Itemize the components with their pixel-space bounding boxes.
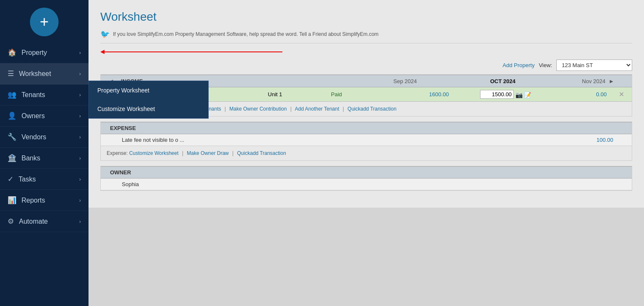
income-owner-contribution-link[interactable]: Make Owner Contribution: [229, 106, 287, 112]
expense-amount-link[interactable]: 100.00: [596, 137, 613, 143]
chevron-right-icon: ›: [79, 218, 81, 225]
dropdown-item-customize-worksheet[interactable]: Customize Worksheet: [89, 100, 208, 118]
automate-icon: ⚙: [8, 217, 14, 226]
tasks-icon: ✓: [8, 175, 13, 184]
chevron-right-icon: ›: [79, 197, 81, 203]
main-content: Worksheet 🐦 If you love SimplifyEm.com P…: [89, 0, 644, 306]
tenants-icon: 👥: [8, 90, 16, 99]
expense-action-prefix: Expense:: [107, 150, 128, 156]
sidebar-item-tenants[interactable]: 👥 Tenants ›: [0, 84, 89, 106]
income-next-month[interactable]: ►: [609, 78, 614, 84]
income-quickadd-link[interactable]: Quickadd Transaction: [348, 106, 397, 112]
sidebar-item-label: Automate: [19, 218, 48, 225]
unit-cell: Unit 1: [264, 87, 327, 102]
sidebar-item-automate[interactable]: ⚙ Automate ›: [0, 211, 89, 232]
promo-bird-icon: 🐦: [100, 30, 110, 39]
owner-label: OWNER: [106, 169, 131, 176]
expense-amount-cell: 100.00: [479, 134, 619, 146]
income-oct-label: OCT 2024: [417, 78, 515, 84]
sidebar-item-property[interactable]: 🏠 Property ›: [0, 42, 89, 63]
expense-header: EXPENSE: [101, 122, 632, 134]
owner-header: OWNER: [101, 166, 632, 179]
delete-button[interactable]: ✕: [619, 91, 624, 98]
table-row: Sophia: [101, 179, 632, 190]
income-nov-label: Nov 2024 ►: [515, 78, 614, 84]
worksheet-dropdown: Property Worksheet Customize Worksheet: [89, 81, 209, 119]
vendors-icon: 🔧: [8, 133, 16, 141]
expense-quickadd-link[interactable]: Quickadd Transaction: [237, 150, 286, 156]
table-row: Late fee not visible to o ... 100.00: [101, 134, 632, 146]
chevron-right-icon: ›: [79, 49, 81, 56]
sidebar-item-label: Property: [21, 49, 47, 57]
promo-bar: 🐦 If you love SimplifyEm.com Property Ma…: [100, 30, 632, 43]
red-arrow: [100, 48, 286, 56]
chevron-right-icon: ›: [79, 176, 81, 182]
oct-amount-input[interactable]: [480, 90, 514, 99]
expense-owner-draw-link[interactable]: Make Owner Draw: [187, 150, 228, 156]
svg-marker-1: [100, 50, 105, 54]
nov-amount-link[interactable]: 0.00: [596, 91, 606, 97]
toolbar-row: Add Property View: 123 Main ST: [100, 60, 632, 71]
view-label: View:: [539, 62, 552, 68]
income-add-tenant-link[interactable]: Add Another Tenant: [295, 106, 339, 112]
page-title: Worksheet: [100, 10, 632, 24]
expense-description-cell: Late fee not visible to o ...: [116, 134, 479, 146]
reports-icon: 📊: [8, 196, 16, 205]
banks-icon: 🏦: [8, 154, 16, 162]
sep-amount-link[interactable]: 1600.00: [429, 91, 449, 97]
sidebar-item-worksheet[interactable]: ☰ Worksheet ›: [0, 63, 89, 84]
expense-table: Late fee not visible to o ... 100.00: [101, 134, 632, 146]
delete-cell: ✕: [611, 87, 632, 102]
sidebar: + 🏠 Property › ☰ Worksheet › 👥 Tenants ›: [0, 0, 89, 306]
chevron-right-icon: ›: [79, 92, 81, 98]
add-button[interactable]: +: [30, 8, 59, 36]
view-select[interactable]: 123 Main ST: [556, 60, 632, 71]
expense-customize-link[interactable]: Customize Worksheet: [129, 150, 178, 156]
sidebar-navigation: 🏠 Property › ☰ Worksheet › 👥 Tenants › 👤…: [0, 42, 89, 306]
arrow-annotation: [100, 48, 632, 56]
sidebar-item-reports[interactable]: 📊 Reports ›: [0, 190, 89, 211]
expense-section: EXPENSE Late fee not visible to o ... 10…: [100, 122, 632, 161]
sidebar-item-banks[interactable]: 🏦 Banks ›: [0, 148, 89, 169]
chevron-right-icon: ›: [79, 113, 81, 119]
sidebar-item-label: Owners: [21, 112, 45, 120]
sidebar-item-label: Banks: [21, 154, 40, 162]
sep-amount-cell: 1600.00: [377, 87, 453, 102]
chevron-right-icon: ›: [79, 70, 81, 77]
sidebar-logo: +: [0, 0, 89, 42]
dropdown-item-property-worksheet[interactable]: Property Worksheet: [89, 81, 208, 100]
sidebar-item-label: Worksheet: [19, 70, 51, 78]
status-badge: Paid: [331, 91, 342, 97]
add-property-link[interactable]: Add Property: [503, 62, 535, 68]
nov-amount-cell: 0.00: [535, 87, 611, 102]
sidebar-item-owners[interactable]: 👤 Owners ›: [0, 106, 89, 127]
home-icon: 🏠: [8, 48, 16, 57]
owner-section: OWNER Sophia: [100, 166, 632, 191]
expense-actions: Expense: Customize Worksheet | Make Owne…: [101, 146, 632, 160]
chevron-right-icon: ›: [79, 155, 81, 161]
sidebar-item-vendors[interactable]: 🔧 Vendors ›: [0, 127, 89, 148]
sidebar-item-label: Tasks: [19, 176, 36, 183]
promo-text: If you love SimplifyEm.com Property Mana…: [113, 31, 378, 37]
chevron-right-icon: ›: [79, 134, 81, 140]
owner-table: Sophia: [101, 179, 632, 190]
income-sep-label: Sep 2024: [318, 78, 417, 84]
sidebar-item-label: Vendors: [21, 133, 46, 141]
owner-name-cell: Sophia: [116, 179, 619, 190]
sidebar-item-label: Tenants: [21, 91, 45, 99]
sidebar-item-tasks[interactable]: ✓ Tasks ›: [0, 169, 89, 190]
status-cell: Paid: [327, 87, 377, 102]
worksheet-icon: ☰: [8, 69, 14, 78]
expense-label: EXPENSE: [106, 125, 136, 131]
note-icon[interactable]: 📝: [524, 92, 531, 98]
camera-icon[interactable]: 📷: [515, 92, 523, 98]
oct-amount-cell: 📷 📝: [453, 87, 535, 102]
owners-icon: 👤: [8, 111, 16, 120]
sidebar-item-label: Reports: [21, 197, 45, 204]
